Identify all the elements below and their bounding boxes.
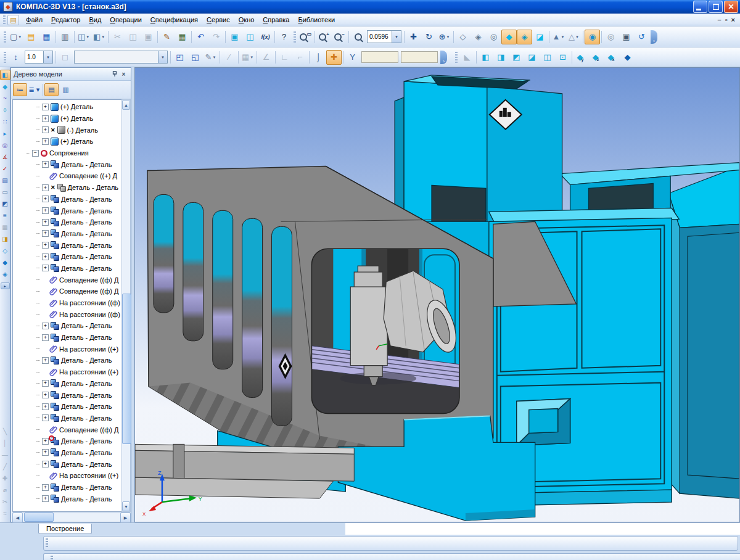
zoom-scale-combo-dropdown[interactable]: ▼ xyxy=(392,31,401,43)
redo-button[interactable]: ↷ xyxy=(208,30,224,44)
state-combo-dropdown[interactable]: ▼ xyxy=(158,51,167,63)
snap-ortho-button[interactable]: ∟ xyxy=(277,50,292,65)
expand-toggle[interactable]: + xyxy=(42,126,49,133)
tree-item-7[interactable]: +✕Деталь - Деталь xyxy=(13,182,121,194)
hide-objects-button[interactable]: ▣ xyxy=(619,30,634,44)
expand-toggle[interactable]: + xyxy=(42,380,49,387)
edit-part-tool[interactable]: ◧ xyxy=(0,70,10,80)
coord-y-field[interactable] xyxy=(401,51,438,63)
clip-view-button[interactable]: △▼ xyxy=(566,30,582,44)
toolbar-drag-handle[interactable] xyxy=(294,31,296,43)
line-tool-disabled[interactable]: ╲ xyxy=(0,426,10,437)
expand-toggle[interactable]: + xyxy=(42,242,49,249)
cut-button[interactable]: ✂ xyxy=(110,30,125,44)
display-wireframe-button[interactable]: ◇ xyxy=(455,30,471,44)
fx-variables-button[interactable]: f(x) xyxy=(258,30,273,44)
tree-item-25[interactable]: +Деталь - Деталь xyxy=(13,389,121,401)
property-bar-handle[interactable] xyxy=(46,538,48,548)
diag-tool-disabled[interactable]: ╱ xyxy=(0,461,10,472)
tree-item-22[interactable]: +Деталь - Деталь xyxy=(13,355,121,366)
expand-toggle[interactable]: + xyxy=(42,207,49,214)
view-bottom-button[interactable]: ◪ xyxy=(524,50,540,65)
menu-item-6[interactable]: Окно xyxy=(234,15,259,25)
hline-tool-disabled[interactable]: — xyxy=(0,450,10,460)
tree-item-32[interactable]: На расстоянии ((+) xyxy=(13,470,121,482)
expand-toggle[interactable]: + xyxy=(42,196,49,202)
preview-button[interactable]: ◫▼ xyxy=(76,30,91,44)
expand-toggle[interactable]: + xyxy=(42,449,49,456)
menu-item-0[interactable]: Файл xyxy=(22,15,47,25)
context-help-button[interactable]: ? xyxy=(276,30,292,44)
copy-button[interactable]: ◫ xyxy=(125,30,141,44)
view-back-button[interactable]: ◨ xyxy=(493,50,509,65)
zoom-out-button[interactable]: − xyxy=(332,30,347,44)
mdi-restore-button[interactable]: ▫ xyxy=(725,16,728,23)
wave-tool-disabled[interactable]: ≈ xyxy=(0,508,10,519)
circle-tool-disabled[interactable]: ⌀ xyxy=(0,485,10,495)
menu-item-1[interactable]: Редактор xyxy=(47,15,84,25)
expand-toggle[interactable]: + xyxy=(42,184,49,191)
surfaces-tool[interactable]: ◊ xyxy=(0,105,10,115)
view-isometry-x-button[interactable]: ◆x xyxy=(604,50,620,65)
expand-toggle[interactable]: + xyxy=(42,392,49,398)
copy-properties-button[interactable]: ✎ xyxy=(159,30,175,44)
view-check-tool[interactable]: ◩ xyxy=(0,199,10,209)
zoom-window-button[interactable]: ▭ xyxy=(298,30,313,44)
display-shaded-edges-button[interactable]: ◈ xyxy=(517,30,532,44)
scroll-right-icon[interactable]: ▶ xyxy=(120,513,131,523)
expand-toggle[interactable]: + xyxy=(42,219,49,226)
specification-gray-tool[interactable]: ▦ xyxy=(0,222,10,233)
model-window-button[interactable]: ◫ xyxy=(242,30,258,44)
tree-item-20[interactable]: +Деталь - Деталь xyxy=(13,332,121,344)
toolbar-drag-handle[interactable] xyxy=(4,31,6,43)
paste-button[interactable]: ▣ xyxy=(141,30,156,44)
menu-item-3[interactable]: Операции xyxy=(105,15,146,25)
normal-to-button[interactable]: ◣ xyxy=(459,50,475,65)
tree-vertical-scrollbar[interactable]: ▲ ▼ xyxy=(121,99,131,512)
spreadsheet-button[interactable]: ▦ xyxy=(175,30,190,44)
tree-item-18[interactable]: На расстоянии ((ф) xyxy=(13,308,121,320)
snap-corner-button[interactable]: ⌐ xyxy=(292,50,308,65)
coords-lock-button[interactable]: Y xyxy=(345,50,360,65)
step-combo-dropdown[interactable]: ▼ xyxy=(43,51,52,63)
variables-window-button[interactable]: ▣ xyxy=(227,30,242,44)
display-halftone-button[interactable]: ◪ xyxy=(532,30,548,44)
tree-item-26[interactable]: +Деталь - Деталь xyxy=(13,401,121,413)
solid-box-tool[interactable]: ◇ xyxy=(0,245,10,256)
tree-item-11[interactable]: +Деталь - Деталь xyxy=(13,228,121,240)
coord-x-field[interactable] xyxy=(361,51,398,63)
tree-item-16[interactable]: Совпадение ((ф) Д xyxy=(13,286,121,297)
zoom-scale-button[interactable] xyxy=(350,30,366,44)
mdi-minimize-button[interactable]: – xyxy=(718,16,722,23)
toolbar-drag-handle[interactable] xyxy=(455,52,458,63)
expand-toggle[interactable]: + xyxy=(42,357,49,364)
tree-item-30[interactable]: +Деталь - Деталь xyxy=(13,447,121,459)
tree-item-15[interactable]: Совпадение ((ф) Д xyxy=(13,274,121,286)
mates-tool[interactable]: ◎ xyxy=(0,140,10,150)
new-document-button[interactable]: ▢▼ xyxy=(8,30,23,44)
scroll-down-icon[interactable]: ▼ xyxy=(122,501,130,511)
tree-item-31[interactable]: +Деталь - Деталь xyxy=(13,458,121,470)
tree-item-19[interactable]: +Деталь - Деталь xyxy=(13,320,121,332)
scroll-up-icon[interactable]: ▲ xyxy=(122,100,130,110)
segment-tool-disabled[interactable]: │ xyxy=(0,438,10,448)
expand-toggle[interactable]: + xyxy=(42,461,49,467)
tree-horizontal-scrollbar[interactable]: ◀ ▶ xyxy=(12,512,131,522)
spec-sheet-tool[interactable]: ▤ xyxy=(0,175,10,186)
tree-item-28[interactable]: Совпадение ((ф) Д xyxy=(13,424,121,435)
tree-item-10[interactable]: +Деталь - Деталь xyxy=(13,216,121,228)
tree-item-6[interactable]: Совпадение ((+) Д xyxy=(13,170,121,182)
viewport-canvas[interactable]: Z Y X xyxy=(134,67,740,522)
toolbar-drag-handle[interactable] xyxy=(4,52,6,63)
pan-button[interactable]: ✚ xyxy=(406,30,421,44)
tree-item-0[interactable]: +(+) Деталь xyxy=(13,101,121,113)
view-isometry-y-button[interactable]: ◆y xyxy=(574,50,589,65)
menu-drag-handle[interactable] xyxy=(3,15,6,24)
tree-structure-button[interactable]: ≔ xyxy=(13,83,27,96)
pin-icon[interactable] xyxy=(110,70,119,78)
reports-tool[interactable]: ◨ xyxy=(0,234,10,244)
send-button[interactable]: ◧▼ xyxy=(91,30,107,44)
cross-tool-disabled[interactable]: ✚ xyxy=(0,473,10,484)
expand-toggle[interactable]: + xyxy=(42,403,49,410)
tree-item-23[interactable]: На расстоянии ((+) xyxy=(13,366,121,378)
